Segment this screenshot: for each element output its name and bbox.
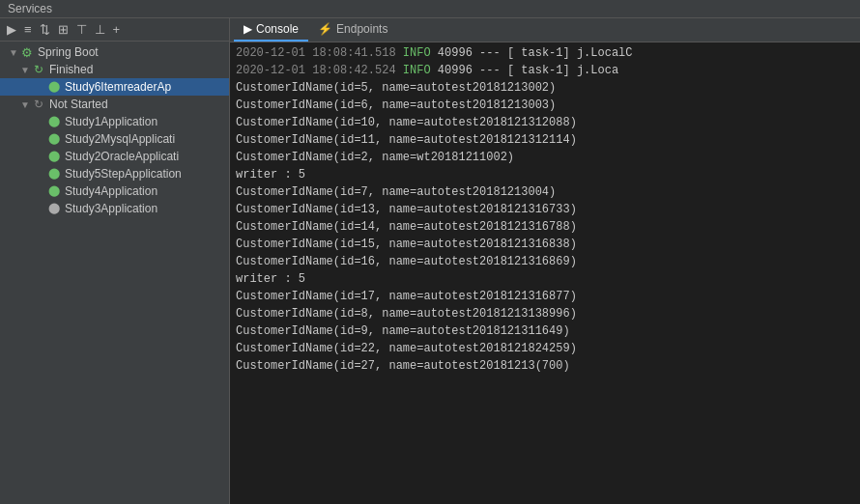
console-output[interactable]: 2020-12-01 18:08:41.518 INFO 40996 --- [… [230,42,860,504]
log-line: CustomerIdName(id=10, name=autotest20181… [234,114,856,131]
study2mysql-label: Study2MysqlApplicati [65,132,175,146]
sidebar-tree: ▼ ⚙ Spring Boot ▼ ↻ Finished ⬤ Study6Ite… [0,42,229,504]
finished-icon: ↻ [31,63,46,76]
log-line: CustomerIdName(id=9, name=autotest201812… [234,322,856,340]
log-line: 2020-12-01 18:08:41.518 INFO 40996 --- [… [234,44,856,62]
chevron-down-icon: ▼ [8,47,19,58]
tree-springboot[interactable]: ▼ ⚙ Spring Boot [0,43,229,61]
study3-label: Study3Application [65,202,158,215]
grid-button[interactable]: ⊞ [55,21,72,38]
title-bar: Services [0,0,860,18]
tab-console-label: Console [256,22,299,36]
log-line: CustomerIdName(id=6, name=autotest201812… [234,97,856,114]
chevron-down-icon-3: ▼ [19,99,31,110]
log-line: 2020-12-01 18:08:42.524 INFO 40996 --- [… [234,62,856,79]
log-line: CustomerIdName(id=2, name=wt20181211002) [234,149,856,166]
study4-label: Study4Application [65,184,158,198]
study6-label: Study6ItemreaderAp [65,80,171,94]
content-area: ▶ Console ⚡ Endpoints 2020-12-01 18:08:4… [230,18,860,504]
study1-label: Study1Application [65,115,158,128]
add-button[interactable]: + [110,21,124,38]
tree-study2mysql[interactable]: ⬤ Study2MysqlApplicati [0,130,229,148]
study5-label: Study5StepApplication [65,167,182,181]
study2mysql-icon: ⬤ [46,132,62,146]
endpoints-icon: ⚡ [318,22,332,36]
springboot-label: Spring Boot [38,45,99,59]
chevron-down-icon-2: ▼ [19,65,31,75]
finished-label: Finished [49,63,93,76]
main-container: ▶ ≡ ⇅ ⊞ ⊤ ⊥ + ▼ ⚙ Spring Boot ▼ ↻ Finish… [0,18,860,504]
sidebar: ▶ ≡ ⇅ ⊞ ⊤ ⊥ + ▼ ⚙ Spring Boot ▼ ↻ Finish… [0,18,230,504]
log-line: CustomerIdName(id=13, name=autotest20181… [234,201,856,218]
study6-icon: ⬤ [46,80,62,94]
notstarted-icon: ↻ [31,98,46,111]
sidebar-toolbar: ▶ ≡ ⇅ ⊞ ⊤ ⊥ + [0,18,229,42]
log-line: writer : 5 [234,166,856,183]
list-button[interactable]: ≡ [21,21,35,38]
tree-notstarted[interactable]: ▼ ↻ Not Started [0,96,229,113]
filter-button[interactable]: ⊤ [73,21,90,38]
log-line: CustomerIdName(id=8, name=autotest201812… [234,305,856,322]
tab-endpoints[interactable]: ⚡ Endpoints [308,18,397,42]
study2oracle-icon: ⬤ [46,150,62,163]
log-line: CustomerIdName(id=15, name=autotest20181… [234,236,856,253]
log-line: CustomerIdName(id=14, name=autotest20181… [234,218,856,236]
tab-endpoints-label: Endpoints [336,22,387,36]
study3-icon: ⬤ [46,202,62,215]
tree-study5[interactable]: ⬤ Study5StepApplication [0,165,229,182]
log-line: writer : 5 [234,270,856,288]
tree-study3[interactable]: ⬤ Study3Application [0,200,229,217]
tree-study2oracle[interactable]: ⬤ Study2OracleApplicati [0,148,229,165]
log-line: CustomerIdName(id=16, name=autotest20181… [234,253,856,270]
tree-study4[interactable]: ⬤ Study4Application [0,182,229,200]
run-button[interactable]: ▶ [4,21,19,38]
console-icon: ▶ [244,22,252,36]
tree-study1[interactable]: ⬤ Study1Application [0,113,229,130]
log-line: CustomerIdName(id=11, name=autotest20181… [234,131,856,149]
log-line: CustomerIdName(id=27, name=autotest20181… [234,357,856,375]
log-line: CustomerIdName(id=5, name=autotest201812… [234,79,856,97]
log-line: CustomerIdName(id=17, name=autotest20181… [234,288,856,305]
tabs-bar: ▶ Console ⚡ Endpoints [230,18,860,42]
study4-icon: ⬤ [46,184,62,198]
tab-console[interactable]: ▶ Console [234,18,308,42]
springboot-icon: ⚙ [19,45,35,59]
study5-icon: ⬤ [46,167,62,181]
log-line: CustomerIdName(id=7, name=autotest201812… [234,183,856,201]
study1-icon: ⬤ [46,115,62,128]
notstarted-label: Not Started [49,98,108,111]
pin-button[interactable]: ⊥ [92,21,108,38]
title-label: Services [8,2,52,15]
log-line: CustomerIdName(id=22, name=autotest20181… [234,340,856,357]
sort-button[interactable]: ⇅ [37,21,53,38]
tree-study6[interactable]: ⬤ Study6ItemreaderAp [0,78,229,96]
study2oracle-label: Study2OracleApplicati [65,150,179,163]
tree-finished[interactable]: ▼ ↻ Finished [0,61,229,78]
